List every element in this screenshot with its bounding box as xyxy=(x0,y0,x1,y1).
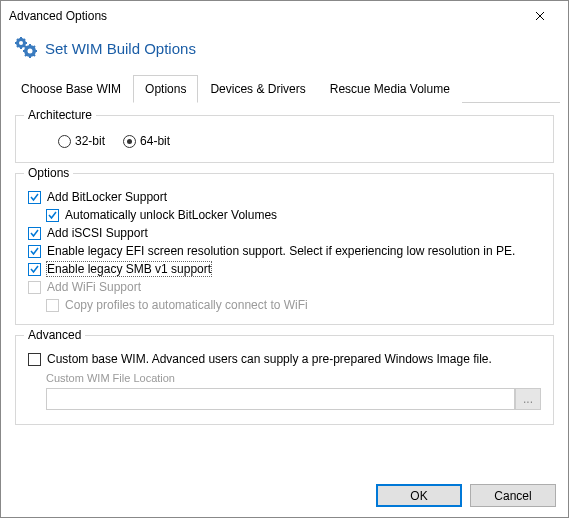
radio-32bit[interactable]: 32-bit xyxy=(58,134,105,148)
cancel-button[interactable]: Cancel xyxy=(470,484,556,507)
checkbox-icon xyxy=(28,191,41,204)
title-bar: Advanced Options xyxy=(1,1,568,31)
tab-rescue-media-volume[interactable]: Rescue Media Volume xyxy=(318,75,462,103)
tab-content: Architecture 32-bit 64-bit Options Add B… xyxy=(1,103,568,447)
radio-64bit-label: 64-bit xyxy=(140,134,170,148)
checkbox-icon xyxy=(46,299,59,312)
radio-32bit-label: 32-bit xyxy=(75,134,105,148)
checkbox-smb[interactable]: Enable legacy SMB v1 support xyxy=(28,260,541,278)
checkbox-iscsi-label: Add iSCSI Support xyxy=(47,226,148,240)
radio-64bit[interactable]: 64-bit xyxy=(123,134,170,148)
advanced-group: Advanced Custom base WIM. Advanced users… xyxy=(15,335,554,425)
custom-wim-location-label: Custom WIM File Location xyxy=(46,372,541,384)
custom-wim-location-input[interactable] xyxy=(46,388,515,410)
ok-button[interactable]: OK xyxy=(376,484,462,507)
radio-icon xyxy=(123,135,136,148)
dialog-header: Set WIM Build Options xyxy=(1,31,568,74)
checkbox-wifi[interactable]: Add WiFi Support xyxy=(28,278,541,296)
dialog-buttons: OK Cancel xyxy=(376,484,556,507)
checkbox-bitlocker[interactable]: Add BitLocker Support xyxy=(28,188,541,206)
architecture-legend: Architecture xyxy=(24,108,96,122)
tab-devices-drivers[interactable]: Devices & Drivers xyxy=(198,75,317,103)
checkbox-icon xyxy=(28,227,41,240)
checkbox-wifi-label: Add WiFi Support xyxy=(47,280,141,294)
checkbox-efi[interactable]: Enable legacy EFI screen resolution supp… xyxy=(28,242,541,260)
checkbox-smb-label: Enable legacy SMB v1 support xyxy=(47,262,211,276)
architecture-group: Architecture 32-bit 64-bit xyxy=(15,115,554,163)
window-title: Advanced Options xyxy=(9,9,107,23)
close-button[interactable] xyxy=(520,2,560,30)
tab-choose-base-wim[interactable]: Choose Base WIM xyxy=(9,75,133,103)
radio-icon xyxy=(58,135,71,148)
browse-button[interactable]: ... xyxy=(515,388,541,410)
checkbox-efi-label: Enable legacy EFI screen resolution supp… xyxy=(47,244,515,258)
gear-icon xyxy=(13,35,37,62)
checkbox-bitlocker-label: Add BitLocker Support xyxy=(47,190,167,204)
checkbox-icon xyxy=(28,353,41,366)
checkbox-icon xyxy=(28,245,41,258)
checkbox-bitlocker-auto-label: Automatically unlock BitLocker Volumes xyxy=(65,208,277,222)
close-icon xyxy=(535,11,545,21)
checkbox-icon xyxy=(46,209,59,222)
dialog-title: Set WIM Build Options xyxy=(45,40,196,57)
checkbox-wifi-copy[interactable]: Copy profiles to automatically connect t… xyxy=(46,296,541,314)
checkbox-bitlocker-auto[interactable]: Automatically unlock BitLocker Volumes xyxy=(46,206,541,224)
checkbox-iscsi[interactable]: Add iSCSI Support xyxy=(28,224,541,242)
checkbox-custom-wim-label: Custom base WIM. Advanced users can supp… xyxy=(47,352,492,366)
svg-point-3 xyxy=(28,49,33,54)
svg-point-1 xyxy=(19,41,23,45)
options-legend: Options xyxy=(24,166,73,180)
tab-options[interactable]: Options xyxy=(133,75,198,103)
advanced-legend: Advanced xyxy=(24,328,85,342)
checkbox-icon xyxy=(28,281,41,294)
checkbox-custom-wim[interactable]: Custom base WIM. Advanced users can supp… xyxy=(28,350,541,368)
options-group: Options Add BitLocker Support Automatica… xyxy=(15,173,554,325)
tab-bar: Choose Base WIM Options Devices & Driver… xyxy=(9,74,560,103)
checkbox-icon xyxy=(28,263,41,276)
checkbox-wifi-copy-label: Copy profiles to automatically connect t… xyxy=(65,298,308,312)
